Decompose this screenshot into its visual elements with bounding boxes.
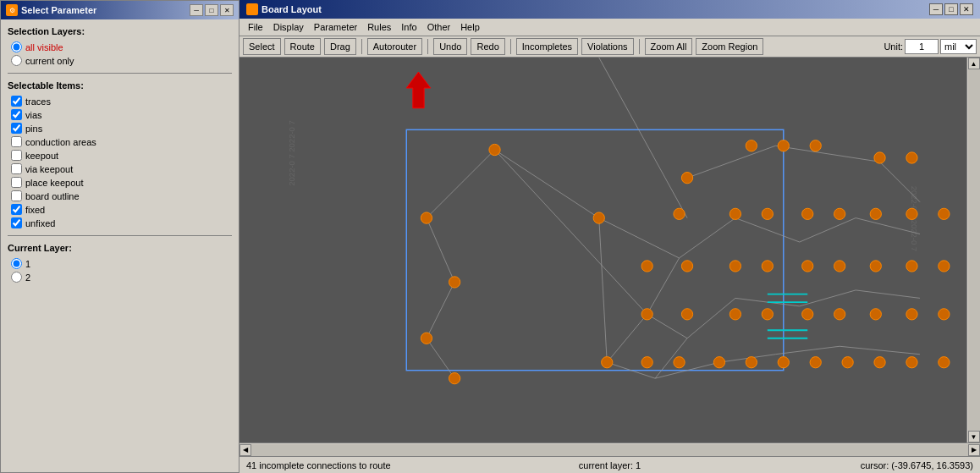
status-layer: current layer: 1 <box>488 460 730 470</box>
app-close-button[interactable]: ✕ <box>960 3 973 15</box>
svg-point-68 <box>602 357 613 368</box>
scroll-track-horizontal[interactable] <box>251 444 968 456</box>
canvas-main[interactable]: 2022-0 7 2022-0 7 2022-0 7 2022-0 7 10.2… <box>239 58 966 443</box>
svg-point-76 <box>874 357 885 368</box>
svg-point-75 <box>842 357 853 368</box>
svg-point-57 <box>906 261 917 272</box>
vertical-scrollbar[interactable]: ▲ ▼ <box>966 58 980 443</box>
svg-point-55 <box>834 261 845 272</box>
unit-group: Unit: mil mm inch <box>884 39 977 54</box>
unit-value-input[interactable] <box>905 39 939 54</box>
svg-point-59 <box>641 309 652 320</box>
svg-point-46 <box>834 208 845 219</box>
current-only-label: current only <box>25 56 74 66</box>
svg-point-72 <box>746 357 757 368</box>
menu-other[interactable]: Other <box>422 21 456 33</box>
svg-point-79 <box>421 212 432 223</box>
via-keepout-item[interactable]: via keepout <box>11 163 232 174</box>
menu-help[interactable]: Help <box>455 21 485 33</box>
minimize-button[interactable]: ─ <box>190 4 203 16</box>
svg-point-37 <box>778 140 789 151</box>
toolbar: Select Route Drag Autorouter Undo Redo I… <box>239 36 980 58</box>
menu-file[interactable]: File <box>243 21 268 33</box>
conduction-areas-label: conduction areas <box>25 137 96 147</box>
traces-item[interactable]: traces <box>11 96 232 107</box>
select-button[interactable]: Select <box>243 38 281 55</box>
svg-point-58 <box>939 261 950 272</box>
zoom-all-button[interactable]: Zoom All <box>645 38 693 55</box>
undo-button[interactable]: Undo <box>433 38 467 55</box>
toolbar-sep-1 <box>361 39 362 54</box>
pins-item[interactable]: pins <box>11 123 232 134</box>
layer-1-label: 1 <box>25 259 30 269</box>
svg-point-50 <box>641 261 652 272</box>
layer-1-option[interactable]: 1 <box>11 258 232 269</box>
selection-layers-label: Selection Layers: <box>8 26 232 36</box>
violations-button[interactable]: Violations <box>581 38 634 55</box>
svg-point-62 <box>762 309 773 320</box>
autorouter-button[interactable]: Autorouter <box>367 38 422 55</box>
scroll-down-button[interactable]: ▼ <box>968 431 980 443</box>
svg-point-49 <box>939 208 950 219</box>
close-button[interactable]: ✕ <box>220 4 234 16</box>
svg-point-74 <box>810 357 821 368</box>
svg-point-38 <box>810 140 821 151</box>
all-visible-label: all visible <box>25 42 63 52</box>
menu-display[interactable]: Display <box>268 21 309 33</box>
svg-point-43 <box>729 208 741 219</box>
status-cursor: cursor: (-39.6745, 16.3593) <box>731 460 973 470</box>
panel-titlebar: ⚙ Select Parameter ─ □ ✕ <box>1 1 239 19</box>
vias-label: vias <box>25 110 42 120</box>
scroll-track-vertical[interactable] <box>968 69 980 431</box>
app-controls: ─ □ ✕ <box>929 3 973 15</box>
via-keepout-label: via keepout <box>25 164 73 174</box>
scroll-up-button[interactable]: ▲ <box>968 58 980 69</box>
svg-point-54 <box>802 261 813 272</box>
fixed-label: fixed <box>25 205 45 215</box>
scroll-left-button[interactable]: ◀ <box>239 444 251 456</box>
divider-1 <box>8 73 232 74</box>
divider-2 <box>8 235 232 236</box>
incompletes-button[interactable]: Incompletes <box>516 38 578 55</box>
svg-point-39 <box>874 152 885 163</box>
conduction-areas-item[interactable]: conduction areas <box>11 136 232 147</box>
svg-point-78 <box>939 357 950 368</box>
zoom-region-button[interactable]: Zoom Region <box>696 38 763 55</box>
toolbar-sep-3 <box>510 39 511 54</box>
svg-point-82 <box>449 373 460 384</box>
vias-item[interactable]: vias <box>11 109 232 120</box>
svg-point-67 <box>939 309 950 320</box>
menu-info[interactable]: Info <box>396 21 421 33</box>
route-button[interactable]: Route <box>284 38 321 55</box>
app-maximize-button[interactable]: □ <box>944 3 958 15</box>
place-keepout-item[interactable]: place keepout <box>11 177 232 188</box>
horizontal-scrollbar[interactable]: ◀ ▶ <box>239 443 980 456</box>
menu-parameter[interactable]: Parameter <box>309 21 362 33</box>
drag-button[interactable]: Drag <box>324 38 356 55</box>
status-bar: 41 incomplete connections to route curre… <box>239 456 980 473</box>
svg-point-41 <box>593 212 604 223</box>
all-visible-option[interactable]: all visible <box>11 41 232 52</box>
keepout-label: keepout <box>25 151 58 161</box>
fixed-item[interactable]: fixed <box>11 204 232 215</box>
current-only-option[interactable]: current only <box>11 55 232 66</box>
menu-bar: File Display Parameter Rules Info Other … <box>239 19 980 36</box>
svg-point-70 <box>674 357 685 368</box>
maximize-button[interactable]: □ <box>205 4 218 16</box>
svg-point-52 <box>729 261 741 272</box>
svg-point-60 <box>681 309 692 320</box>
keepout-item[interactable]: keepout <box>11 150 232 161</box>
app-minimize-button[interactable]: ─ <box>929 3 943 15</box>
unit-select[interactable]: mil mm inch <box>940 39 977 54</box>
board-outline-item[interactable]: board outline <box>11 190 232 201</box>
menu-rules[interactable]: Rules <box>362 21 396 33</box>
svg-point-71 <box>713 357 724 368</box>
pcb-svg: 2022-0 7 2022-0 7 2022-0 7 2022-0 7 10.2… <box>239 58 966 443</box>
scroll-right-button[interactable]: ▶ <box>968 444 980 456</box>
app-title: Board Layout <box>262 4 322 14</box>
layer-2-option[interactable]: 2 <box>11 272 232 283</box>
redo-button[interactable]: Redo <box>471 38 504 55</box>
svg-point-65 <box>870 309 881 320</box>
svg-point-69 <box>641 357 652 368</box>
unfixed-item[interactable]: unfixed <box>11 217 232 228</box>
